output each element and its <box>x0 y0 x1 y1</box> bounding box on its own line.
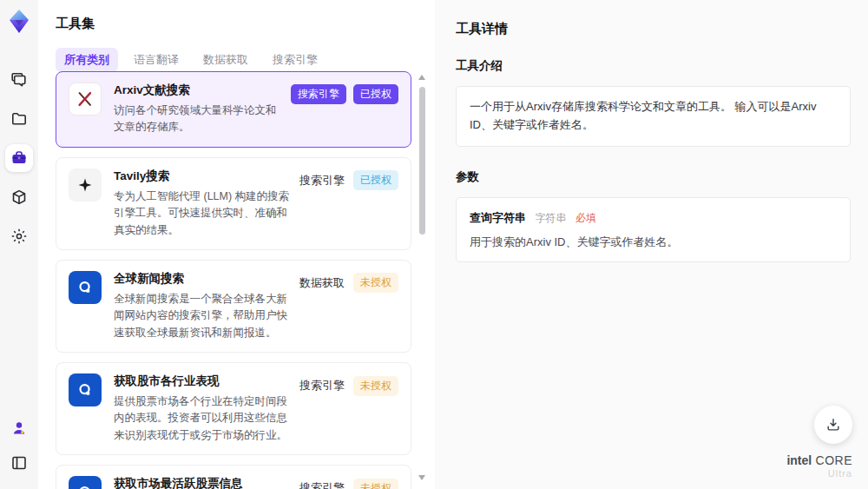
stocks-logo-icon <box>69 476 102 489</box>
tool-card-tavily[interactable]: Tavily搜索 专为人工智能代理 (LLM) 构建的搜索引擎工具。可快速提供实… <box>56 157 411 250</box>
arxiv-logo-icon <box>69 83 102 116</box>
tool-description: 访问各个研究领域大量科学论文和文章的存储库。 <box>114 102 284 136</box>
page-title: 工具集 <box>56 16 434 32</box>
category-label: 搜索引擎 <box>298 478 346 489</box>
intro-heading: 工具介绍 <box>456 58 851 74</box>
category-badge: 搜索引擎 <box>291 84 346 104</box>
tool-description: 全球新闻搜索是一个聚合全球各大新闻网站内容的搜索引擎，帮助用户快速获取全球最新资… <box>114 291 291 341</box>
tab-search-engine[interactable]: 搜索引擎 <box>264 48 326 72</box>
tool-list-pane: 工具集 所有类别 语言翻译 数据获取 搜索引擎 Arxiv文献搜索 访问各个研究… <box>38 0 434 489</box>
tool-description: 提供股票市场各个行业在特定时间段内的表现。投资者可以利用这些信息来识别表现优于或… <box>114 393 291 444</box>
scrollbar-down-arrow-icon[interactable] <box>418 475 425 480</box>
briefcase-icon <box>10 149 28 167</box>
chat-icon <box>10 71 28 89</box>
auth-status-badge: 未授权 <box>353 479 398 489</box>
tool-name: 获取股市各行业表现 <box>114 373 291 389</box>
rail-bottom <box>5 414 33 489</box>
category-label: 搜索引擎 <box>298 170 346 191</box>
details-title: 工具详情 <box>456 21 851 37</box>
intro-text: 一个用于从Arxiv存储库搜索科学论文和文章的工具。 输入可以是Arxiv ID… <box>470 98 837 135</box>
category-label: 数据获取 <box>298 273 346 294</box>
sidebar-item-chat[interactable] <box>5 66 33 94</box>
tool-name: 获取市场最活跃股票信息 <box>114 476 291 489</box>
tab-language-translation[interactable]: 语言翻译 <box>125 48 187 72</box>
core-logo-text: CORE <box>816 453 852 467</box>
rail-nav <box>5 66 33 250</box>
panel-layout-icon <box>10 454 28 472</box>
download-button[interactable] <box>814 406 852 444</box>
param-header-row: 查询字符串 字符串 必填 <box>470 209 837 226</box>
param-required-badge: 必填 <box>575 212 596 224</box>
ultra-logo-text: Ultra <box>786 469 852 479</box>
auth-status-badge: 未授权 <box>353 273 398 293</box>
sidebar-item-account[interactable] <box>5 414 33 442</box>
news-logo-icon <box>69 271 102 304</box>
user-icon <box>10 420 28 437</box>
tool-name: Arxiv文献搜索 <box>114 83 284 98</box>
tool-details-pane: 工具详情 工具介绍 一个用于从Arxiv存储库搜索科学论文和文章的工具。 输入可… <box>435 0 868 489</box>
tool-card-list: Arxiv文献搜索 访问各个研究领域大量科学论文和文章的存储库。 搜索引擎 已授… <box>56 71 411 489</box>
param-description: 用于搜索的Arxiv ID、关键字或作者姓名。 <box>470 234 837 251</box>
cube-icon <box>10 188 28 206</box>
tavily-logo-icon <box>69 169 102 202</box>
param-name: 查询字符串 <box>470 211 526 224</box>
tool-description: 专为人工智能代理 (LLM) 构建的搜索引擎工具。可快速提供实时、准确和真实的结… <box>114 188 291 239</box>
gear-icon <box>10 228 28 245</box>
main-content: 工具集 所有类别 语言翻译 数据获取 搜索引擎 Arxiv文献搜索 访问各个研究… <box>38 0 868 489</box>
tool-name: Tavily搜索 <box>114 169 291 184</box>
params-heading: 参数 <box>456 169 851 185</box>
auth-status-badge: 已授权 <box>353 84 398 104</box>
download-icon <box>825 416 842 433</box>
scrollbar-thumb[interactable] <box>419 87 425 235</box>
list-scrollbar[interactable] <box>418 75 426 480</box>
sidebar-item-models[interactable] <box>5 183 33 211</box>
tool-name: 全球新闻搜索 <box>114 271 291 287</box>
intel-core-badge: intel CORE Ultra <box>786 454 852 479</box>
category-tabs: 所有类别 语言翻译 数据获取 搜索引擎 <box>56 48 434 72</box>
tool-card-arxiv[interactable]: Arxiv文献搜索 访问各个研究领域大量科学论文和文章的存储库。 搜索引擎 已授… <box>56 71 411 148</box>
tab-all-categories[interactable]: 所有类别 <box>56 48 118 72</box>
category-label: 搜索引擎 <box>298 375 346 396</box>
auth-status-badge: 已授权 <box>353 170 398 190</box>
tool-card-most-active-stocks[interactable]: 获取市场最活跃股票信息 提供当天交易量最高的股票列表。投资者可以利用这些信息来识… <box>56 465 411 489</box>
param-type: 字符串 <box>535 212 566 224</box>
scrollbar-up-arrow-icon[interactable] <box>418 75 425 80</box>
tool-card-sector-performance[interactable]: 获取股市各行业表现 提供股票市场各个行业在特定时间段内的表现。投资者可以利用这些… <box>56 362 411 455</box>
sidebar-item-settings[interactable] <box>5 222 33 250</box>
icon-rail <box>0 0 38 489</box>
param-box: 查询字符串 字符串 必填 用于搜索的Arxiv ID、关键字或作者姓名。 <box>456 197 851 263</box>
sidebar-item-files[interactable] <box>5 105 33 133</box>
app-logo-icon <box>7 9 31 35</box>
auth-status-badge: 未授权 <box>353 376 398 396</box>
market-logo-icon <box>69 373 102 406</box>
tab-data-fetch[interactable]: 数据获取 <box>194 48 257 72</box>
tool-card-global-news[interactable]: 全球新闻搜索 全球新闻搜索是一个聚合全球各大新闻网站内容的搜索引擎，帮助用户快速… <box>56 260 411 353</box>
intel-logo-text: intel <box>786 453 812 467</box>
sidebar-item-collapse-panel[interactable] <box>5 449 33 477</box>
folder-icon <box>10 110 28 128</box>
intro-box: 一个用于从Arxiv存储库搜索科学论文和文章的工具。 输入可以是Arxiv ID… <box>456 86 851 147</box>
sidebar-item-toolset[interactable] <box>5 144 33 172</box>
